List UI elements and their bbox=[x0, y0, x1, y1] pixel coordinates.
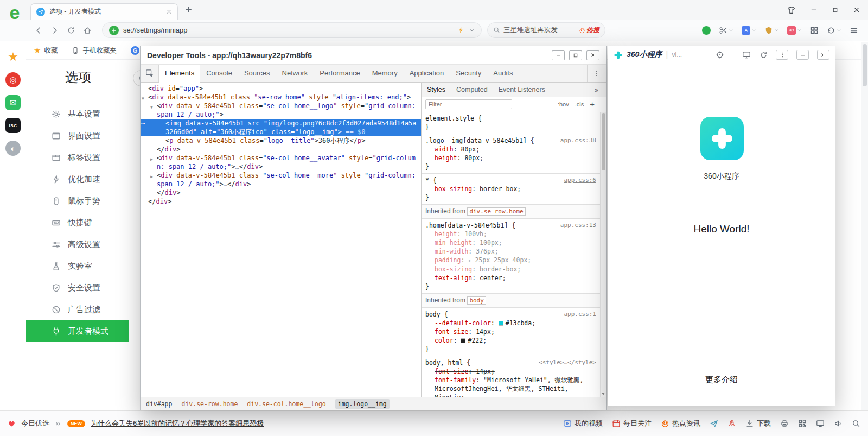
devtools-tab-performance[interactable]: Performance bbox=[314, 65, 366, 82]
styles-pane-tab-event-listeners[interactable]: Event Listeners bbox=[493, 86, 551, 93]
css-selector[interactable]: element.style bbox=[425, 115, 474, 122]
miniapp-close-button[interactable] bbox=[817, 50, 829, 60]
settings-nav-item[interactable]: 高级设置 bbox=[26, 233, 129, 255]
css-property[interactable]: text-align: center; bbox=[425, 274, 596, 282]
breadcrumb-item[interactable]: img.logo__img bbox=[335, 399, 390, 409]
styles-pane-tab-computed[interactable]: Computed bbox=[451, 86, 493, 93]
page-scrollbar[interactable] bbox=[861, 42, 868, 410]
stylesheet-link[interactable]: app.css:6 bbox=[564, 176, 596, 185]
translate-icon[interactable] bbox=[742, 26, 756, 35]
devtools-tab-sources[interactable]: Sources bbox=[238, 65, 276, 82]
favorites-button[interactable]: ★收藏 bbox=[34, 46, 58, 55]
dom-node[interactable]: <p data-v-584e45b1 class="logo__title">3… bbox=[141, 136, 421, 145]
devtools-titlebar[interactable]: Developer Tools - app://qh13waury22p7m8b… bbox=[141, 46, 606, 64]
styles-control-new-rule[interactable]: + bbox=[590, 99, 595, 109]
devtools-maximize-button[interactable] bbox=[569, 50, 582, 60]
devtools-tab-console[interactable]: Console bbox=[200, 65, 238, 82]
styles-control-cls[interactable]: .cls bbox=[575, 101, 584, 108]
headline-link[interactable]: 为什么会丢失6岁以前的记忆？心理学家的答案细思恐极 bbox=[91, 419, 264, 428]
overflow-tabs-icon[interactable]: » bbox=[590, 86, 606, 94]
settings-nav-item[interactable]: 标签设置 bbox=[26, 147, 129, 168]
css-property[interactable]: padding: ▸ 25px 25px 40px; bbox=[425, 256, 596, 265]
settings-nav-item[interactable]: 快捷键 bbox=[26, 212, 129, 233]
monitor-button[interactable] bbox=[816, 419, 825, 428]
devtools-tab-application[interactable]: Application bbox=[404, 65, 450, 82]
settings-nav-item[interactable]: 鼠标手势 bbox=[26, 190, 129, 212]
tab-close-icon[interactable] bbox=[166, 9, 172, 15]
dom-node[interactable]: </div> bbox=[141, 188, 421, 197]
hot-news-button[interactable]: 热点资讯 bbox=[661, 419, 700, 428]
site-badge-icon[interactable] bbox=[109, 26, 119, 35]
collapse-arrow-icon[interactable]: ▼ bbox=[150, 103, 153, 112]
mobile-favorites-button[interactable]: 手机收藏夹 bbox=[72, 46, 117, 55]
new-tab-button[interactable] bbox=[184, 5, 193, 14]
speaker-button[interactable] bbox=[834, 419, 843, 428]
devtools-minimize-button[interactable] bbox=[552, 50, 565, 60]
rocket-button[interactable] bbox=[727, 419, 736, 428]
search-query[interactable]: 三星堆遗址再次发 bbox=[503, 26, 576, 35]
color-swatch[interactable] bbox=[461, 338, 465, 343]
color-swatch[interactable] bbox=[499, 321, 503, 326]
css-property[interactable]: height: 80px; bbox=[425, 154, 596, 162]
favorites-star-icon[interactable]: ★ bbox=[5, 49, 21, 65]
devtools-tab-elements[interactable]: Elements bbox=[159, 65, 200, 83]
devtools-tab-memory[interactable]: Memory bbox=[366, 65, 404, 82]
dom-node[interactable]: ⋯<img data-v-584e45b1 src="img/logo.png?… bbox=[141, 119, 421, 136]
inspect-element-icon[interactable] bbox=[141, 65, 159, 82]
theme-skin-icon[interactable] bbox=[787, 5, 796, 15]
stylesheet-link[interactable]: app.css:38 bbox=[560, 136, 596, 145]
styles-control-hov[interactable]: :hov bbox=[558, 101, 569, 108]
settings-nav-item[interactable]: 实验室 bbox=[26, 255, 129, 277]
css-selector[interactable]: .home[data-v-584e45b1] bbox=[425, 222, 508, 229]
dom-node[interactable]: ▶<div data-v-584e45b1 class="se-col home… bbox=[141, 171, 421, 188]
css-property[interactable]: color: #222; bbox=[425, 336, 596, 345]
dom-node[interactable]: </div> bbox=[141, 197, 421, 206]
devtools-close-button[interactable] bbox=[586, 50, 599, 60]
css-property[interactable]: font-size: 14px; bbox=[425, 327, 596, 336]
dom-node[interactable]: </div> bbox=[141, 145, 421, 154]
isc-icon[interactable]: ISC bbox=[5, 118, 21, 133]
menu-icon[interactable] bbox=[850, 26, 858, 35]
speed-bolt-icon[interactable] bbox=[457, 27, 464, 34]
miniapp-fullscreen-icon[interactable] bbox=[742, 50, 751, 59]
css-selector[interactable]: body bbox=[425, 311, 441, 318]
chevrons-icon[interactable] bbox=[55, 420, 62, 427]
daily-follow-button[interactable]: 每日关注 bbox=[612, 419, 652, 428]
refresh-icon[interactable] bbox=[63, 22, 79, 39]
css-selector[interactable]: * bbox=[425, 176, 429, 184]
zoom-button[interactable] bbox=[852, 419, 860, 428]
css-selector[interactable]: body, html bbox=[425, 359, 463, 367]
dom-node[interactable]: ▶<div data-v-584e45b1 class="se-col home… bbox=[141, 154, 421, 171]
search-box[interactable]: 三星堆遗址再次发 热搜 bbox=[487, 22, 605, 38]
mail-icon[interactable]: ✉ bbox=[5, 95, 21, 110]
settings-nav-item[interactable]: 开发者模式 bbox=[26, 320, 129, 342]
download-button[interactable]: 下载 bbox=[745, 419, 771, 428]
miniapp-more-button[interactable] bbox=[776, 50, 788, 60]
dom-node[interactable]: <div id="app"> bbox=[141, 84, 421, 93]
settings-nav-item[interactable]: 广告过滤 bbox=[26, 299, 129, 320]
qr-grid-button[interactable] bbox=[798, 419, 807, 428]
settings-nav-item[interactable]: 基本设置 bbox=[26, 103, 129, 125]
back-icon[interactable] bbox=[30, 22, 47, 39]
stylesheet-link[interactable]: app.css:1 bbox=[564, 310, 596, 319]
window-close-icon[interactable] bbox=[853, 6, 860, 14]
printer-button[interactable] bbox=[780, 419, 789, 428]
css-property[interactable]: height: 100vh; bbox=[425, 230, 596, 238]
screenshot-icon[interactable] bbox=[719, 26, 733, 35]
css-property[interactable]: font-family: "Microsoft YaHei", 微软雅黑, Mi… bbox=[425, 376, 596, 397]
settings-nav-item[interactable]: 优化加速 bbox=[26, 168, 129, 190]
miniapp-minimize-button[interactable] bbox=[796, 50, 809, 60]
forward-icon[interactable] bbox=[47, 22, 63, 39]
weibo-icon[interactable]: ◎ bbox=[5, 72, 21, 87]
address-bar[interactable]: se://settings/miniapp bbox=[102, 22, 482, 38]
breadcrumb-item[interactable]: div.se-row.home bbox=[181, 400, 238, 408]
my-videos-button[interactable]: 我的视频 bbox=[563, 419, 603, 428]
devtools-tab-network[interactable]: Network bbox=[276, 65, 314, 82]
send-button[interactable] bbox=[710, 419, 718, 428]
window-minimize-icon[interactable] bbox=[810, 6, 818, 14]
css-selector[interactable]: .logo__img[data-v-584e45b1] bbox=[425, 137, 527, 144]
restore-icon[interactable] bbox=[827, 26, 841, 35]
adblock-icon[interactable] bbox=[702, 26, 711, 35]
expand-arrow-icon[interactable]: ▶ bbox=[150, 173, 153, 181]
miniapp-more-link[interactable]: 更多介绍 bbox=[608, 375, 835, 385]
